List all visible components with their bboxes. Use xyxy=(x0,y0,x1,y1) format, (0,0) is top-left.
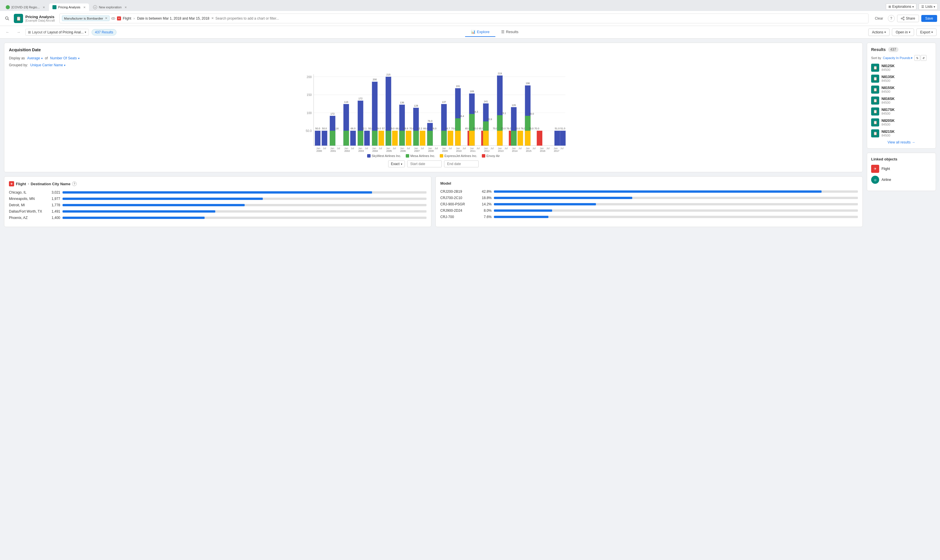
tab-pricing[interactable]: Pricing Analysis ✕ xyxy=(49,3,89,11)
result-item-0[interactable]: 📋 N812SK 84500 xyxy=(871,64,932,72)
filter-flight-icon: ✕ xyxy=(117,17,121,20)
result-item-4[interactable]: 📋 N817SK 84500 xyxy=(871,108,932,115)
tab-covid-close[interactable]: ✕ xyxy=(43,6,45,9)
svg-rect-87 xyxy=(483,121,488,131)
start-date-input[interactable] xyxy=(407,160,442,168)
lists-button[interactable]: ☰ Lists ▾ xyxy=(919,3,938,10)
svg-rect-52 xyxy=(406,131,411,146)
result-item-2[interactable]: 📋 N815SK 84500 xyxy=(871,86,932,94)
result-item-6[interactable]: 📋 N821SK 84500 xyxy=(871,129,932,137)
result-name-6: N821SK xyxy=(881,130,894,134)
skywest-label: SkyWest Airlines Inc. xyxy=(372,154,401,158)
svg-rect-89 xyxy=(483,131,488,146)
share-button[interactable]: Share xyxy=(897,15,919,22)
svg-text:2015: 2015 xyxy=(526,149,532,152)
result-sub-2: 84500 xyxy=(881,90,894,93)
result-item-3[interactable]: 📋 N816SK 84500 xyxy=(871,97,932,105)
bottom-cards-row: ✈ Flight › Destination City Name ? Chica… xyxy=(4,176,863,227)
result-icon-4: 📋 xyxy=(871,108,879,115)
envoy-color xyxy=(482,154,485,158)
result-item-5[interactable]: 📋 N820SK 84500 xyxy=(871,118,932,126)
flight-value-2: 1,778 xyxy=(49,203,60,207)
view-all-link[interactable]: View all results → xyxy=(871,140,932,144)
flight-city-3: Dallas/Fort Worth, TX xyxy=(9,209,46,214)
covid-tab-icon xyxy=(6,5,10,9)
flight-fill-0 xyxy=(63,191,372,194)
layout-selector[interactable]: ⊞ Layout of Layout of Pricing Anal... ▾ xyxy=(25,29,89,36)
sort-desc-button[interactable]: ⇵ xyxy=(921,55,926,61)
tab-covid[interactable]: [COVID-19] Regio... ✕ xyxy=(2,3,48,11)
clear-button[interactable]: Clear xyxy=(872,15,886,22)
svg-rect-50 xyxy=(399,131,405,146)
app-title: Pricing Analysis xyxy=(25,15,55,19)
result-info-6: N821SK 84500 xyxy=(881,130,894,137)
bar-chart-area: 200 150 100 50.0 50.0 xyxy=(9,71,858,152)
svg-text:150: 150 xyxy=(307,93,312,97)
model-value-3: 8.0% xyxy=(480,209,492,212)
forward-button[interactable]: → xyxy=(14,28,23,36)
export-button[interactable]: Export ▾ xyxy=(916,29,937,36)
sort-field-selector[interactable]: Capacity In Pounds ▾ xyxy=(883,56,912,60)
tab-results[interactable]: ☰ Results xyxy=(495,28,524,37)
filter-chip-manufacturer[interactable]: Manufacturer is Bombardier ✕ xyxy=(62,15,109,21)
filter-flight-label: Flight xyxy=(123,17,131,20)
results-count-badge[interactable]: 437 Results xyxy=(92,29,116,35)
sort-chevron: ▾ xyxy=(911,56,912,60)
results-panel-title: Results xyxy=(871,47,886,52)
svg-text:2000: 2000 xyxy=(316,149,322,152)
svg-text:137: 137 xyxy=(442,100,446,103)
svg-text:50.0: 50.0 xyxy=(322,127,327,130)
save-button[interactable]: Save xyxy=(921,15,937,22)
result-name-0: N812SK xyxy=(881,64,894,68)
svg-rect-62 xyxy=(427,131,433,146)
svg-text:2014: 2014 xyxy=(512,149,518,152)
tab-new-close[interactable]: ✕ xyxy=(125,6,127,9)
tab-new[interactable]: + New exploration ✕ xyxy=(89,3,130,11)
open-in-button[interactable]: Open in ▾ xyxy=(892,29,914,36)
average-selector[interactable]: Average ▾ xyxy=(27,56,42,60)
svg-text:191: 191 xyxy=(456,85,460,88)
main-left: Acquisition Date Display as Average ▾ of… xyxy=(4,43,863,227)
explorations-button[interactable]: ⊞ Explorations ▾ xyxy=(886,3,916,10)
svg-text:Jul: Jul xyxy=(337,147,340,150)
svg-text:2009: 2009 xyxy=(442,149,447,152)
group-field-selector[interactable]: Unique Carrier Name ▾ xyxy=(30,63,65,67)
svg-text:Jul: Jul xyxy=(532,147,535,150)
date-mode-label: Exact xyxy=(391,162,399,166)
result-sub-4: 84500 xyxy=(881,112,894,115)
linked-item-airline[interactable]: ◎ Airline xyxy=(871,176,932,184)
sort-asc-button[interactable]: ⇅ xyxy=(914,55,920,61)
date-mode-selector[interactable]: Exact ▾ xyxy=(388,160,405,168)
flight-row-4: Phoenix, AZ 1,400 xyxy=(9,216,427,220)
tab-explore[interactable]: 📊 Explore xyxy=(465,28,495,37)
app-icon: 📋 xyxy=(14,14,23,23)
svg-text:Jul: Jul xyxy=(407,147,410,150)
metric-label: Number Of Seats xyxy=(50,56,77,60)
svg-text:76.0: 76.0 xyxy=(521,127,525,130)
model-card-title: Model xyxy=(440,181,451,186)
svg-text:70.0: 70.0 xyxy=(501,127,506,130)
svg-text:56.4: 56.4 xyxy=(459,115,464,117)
back-button[interactable]: ← xyxy=(3,28,12,36)
svg-text:76.0: 76.0 xyxy=(431,127,436,130)
filter-date-remove[interactable]: ✕ xyxy=(211,17,214,20)
result-item-1[interactable]: 📋 N813SK 84500 xyxy=(871,75,932,83)
help-button[interactable]: ? xyxy=(888,15,895,22)
global-search-button[interactable] xyxy=(3,14,12,23)
actions-label: Actions xyxy=(872,30,883,34)
linked-item-flight[interactable]: ✈ Flight xyxy=(871,165,932,173)
flight-help-icon[interactable]: ? xyxy=(72,182,77,186)
model-row-4: CRJ-700 7.6% xyxy=(440,215,858,219)
filter-manufacturer-remove[interactable]: ✕ xyxy=(105,17,108,20)
actions-button[interactable]: Actions ▾ xyxy=(868,29,889,36)
flight-track-1 xyxy=(63,198,427,200)
filter-search-input[interactable] xyxy=(216,17,866,20)
tab-pricing-close[interactable]: ✕ xyxy=(83,6,86,9)
flight-fill-1 xyxy=(63,198,263,200)
filter-arrow: › xyxy=(133,16,134,20)
svg-text:2017: 2017 xyxy=(554,149,559,152)
sort-field-label: Capacity In Pounds xyxy=(883,56,910,60)
metric-selector[interactable]: Number Of Seats ▾ xyxy=(50,56,80,60)
of-label: of xyxy=(45,56,48,60)
end-date-input[interactable] xyxy=(444,160,479,168)
